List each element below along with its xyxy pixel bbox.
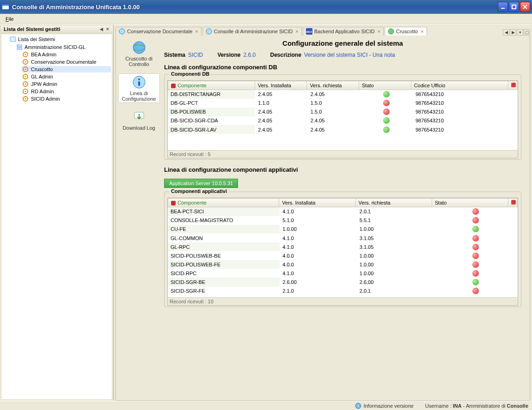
- download-icon: [132, 109, 147, 124]
- table-row[interactable]: DB-DISTRICTANAGR2.4.052.4.059876543210: [168, 90, 518, 99]
- svg-point-30: [138, 78, 140, 80]
- svg-text:i: i: [358, 404, 359, 408]
- col-componente[interactable]: Componente: [168, 81, 255, 90]
- table-row[interactable]: CU-FE1.0.001.0.00: [168, 225, 518, 234]
- tab[interactable]: Consolle di Amministrazione SICID×: [202, 27, 302, 36]
- system-info-line: SistemaSICID Versione2.6.0 DescrizioneVe…: [164, 52, 521, 58]
- svg-point-16: [25, 76, 26, 78]
- tab[interactable]: Conservazione Documentale×: [116, 27, 202, 36]
- table-row[interactable]: SICID-RPC4.1.01.0.00: [168, 269, 518, 277]
- tab-menu[interactable]: ▾: [517, 29, 523, 36]
- table-row[interactable]: GL-RPC4.1.03.1.05: [168, 242, 518, 251]
- tree-item[interactable]: GL Admin: [22, 73, 111, 80]
- svg-rect-7: [17, 45, 22, 47]
- tree-item[interactable]: Cruscotto: [22, 66, 111, 72]
- page-title: Configurazione generale del sistema: [164, 39, 521, 47]
- col-stato[interactable]: Stato: [432, 199, 508, 207]
- tree-item[interactable]: BEA Admin: [22, 51, 111, 58]
- gear-icon: [23, 59, 28, 65]
- db-table: Componente Vers. Installata Vers. richie…: [168, 81, 518, 90]
- tab-close-icon[interactable]: ×: [421, 29, 423, 34]
- close-button[interactable]: [520, 2, 530, 12]
- tree-group[interactable]: Amministrazione SICID-GL: [15, 43, 111, 51]
- col-flag[interactable]: [508, 199, 518, 207]
- col-vers-installata[interactable]: Vers. Installata: [279, 199, 355, 207]
- status-error-icon: [472, 217, 479, 223]
- col-componente[interactable]: Componente: [168, 199, 279, 207]
- tree-icon: [10, 36, 16, 42]
- col-vers-richiesta[interactable]: Vers. richiesta: [307, 81, 359, 90]
- tab[interactable]: Cruscotto×: [385, 27, 427, 36]
- tab[interactable]: BEABackend Applicativo SICID×: [303, 27, 384, 36]
- table-row[interactable]: DB-SICID-SGR-CDA2.4.052.4.059876543210: [168, 116, 518, 125]
- table-row[interactable]: GL-COMMON4.1.03.1.05: [168, 234, 518, 242]
- status-error-icon: [383, 100, 390, 106]
- col-vers-richiesta[interactable]: Vers. richiesta: [355, 199, 432, 207]
- tree-item[interactable]: SICID Admin: [22, 96, 111, 102]
- systems-tree[interactable]: Lista dei Sistemi Amministrazione SICID-…: [1, 34, 112, 400]
- status-ok-icon: [472, 279, 479, 285]
- app-icon: [2, 3, 9, 11]
- tool-column: Cruscotto di Controllo Linea di Configur…: [116, 36, 162, 400]
- tab-controls: ◀ ▶ ▾ ▢: [502, 29, 530, 36]
- app-table: Componente Vers. Installata Vers. richie…: [168, 198, 518, 207]
- col-stato[interactable]: Stato: [359, 81, 411, 90]
- main-content: Configurazione generale del sistema Sist…: [162, 36, 530, 400]
- col-vers-installata[interactable]: Vers. Installata: [255, 81, 307, 90]
- tab-close-icon[interactable]: ×: [295, 29, 298, 34]
- info-small-icon: i: [355, 403, 361, 409]
- globe-icon: [132, 40, 147, 55]
- tab-maximize[interactable]: ▢: [524, 29, 530, 36]
- minimize-button[interactable]: [498, 2, 508, 12]
- tree-item[interactable]: JPW Admin: [22, 81, 111, 87]
- group-app-legend: Componenti applicativi: [169, 188, 229, 194]
- version-info-link[interactable]: Informazione versione: [363, 403, 413, 409]
- svg-rect-8: [17, 48, 22, 49]
- tab-close-icon[interactable]: ×: [195, 29, 198, 34]
- status-ok-icon: [383, 91, 390, 97]
- status-ok-icon: [472, 226, 479, 232]
- tree-item[interactable]: RD Admin: [22, 88, 111, 95]
- table-row[interactable]: DB-GL-PCT1.1.01.5.09876543210: [168, 99, 518, 108]
- tool-linea[interactable]: Linea di Configurazione: [118, 73, 160, 103]
- status-error-icon: [472, 270, 479, 277]
- tree-root[interactable]: Lista dei Sistemi: [9, 36, 111, 43]
- collapse-close-icon[interactable]: ✕: [105, 27, 110, 31]
- svg-point-18: [25, 84, 26, 85]
- tab-scroll-left[interactable]: ◀: [503, 29, 509, 36]
- collapse-left-icon[interactable]: ◀: [99, 27, 104, 31]
- menubar: File: [0, 14, 532, 24]
- section-app-title: Linea di configurazione componenti appli…: [164, 166, 521, 173]
- col-flag[interactable]: [508, 81, 518, 90]
- group-app: Componenti applicativi Componente Vers. …: [164, 192, 521, 307]
- svg-point-12: [25, 61, 26, 63]
- table-row[interactable]: DB-SICID-SGR-LAV2.4.052.4.059876543210: [168, 125, 518, 134]
- table-row[interactable]: SICID-POLISWEB-BE4.0.01.0.00: [168, 251, 518, 260]
- svg-point-20: [25, 91, 26, 92]
- menu-file[interactable]: File: [3, 15, 17, 23]
- tab-close-icon[interactable]: ×: [378, 29, 380, 34]
- tool-cruscotto[interactable]: Cruscotto di Controllo: [118, 39, 160, 68]
- tree-item[interactable]: Conservazione Documentale: [22, 59, 111, 65]
- gear-icon: [23, 89, 28, 94]
- tab-icon: [119, 28, 125, 35]
- col-codice-ufficio[interactable]: Codice Ufficio: [411, 81, 508, 90]
- table-row[interactable]: SICID-SGR-BE2.6.002.6.00: [168, 277, 518, 286]
- svg-rect-1: [2, 5, 9, 6]
- table-row[interactable]: SICID-SGR-FE2.1.02.0.1: [168, 287, 518, 295]
- gear-icon: [23, 74, 28, 79]
- table-row[interactable]: BEA-PCT-SICI4.1.02.0.1: [168, 207, 518, 216]
- table-row[interactable]: SICID-POLISWEB-FE4.0.01.0.00: [168, 260, 518, 269]
- table-row[interactable]: DB-POLISWEB2.4.051.5.09876543210: [168, 108, 518, 116]
- maximize-button[interactable]: [509, 2, 519, 12]
- tab-icon: [388, 28, 394, 35]
- status-error-icon: [472, 235, 479, 241]
- appserver-button[interactable]: Application Server 10.0.5.31: [164, 179, 238, 188]
- table-row[interactable]: CONSOLLE-MAGISTRATO5.1.05.5.1: [168, 216, 518, 225]
- tool-download-log[interactable]: Download Log: [118, 109, 160, 132]
- tab-icon: BEA: [306, 28, 312, 35]
- statusbar: i Informazione versione Username : INA -…: [0, 401, 532, 410]
- gear-icon: [23, 66, 28, 72]
- tab-scroll-right[interactable]: ▶: [510, 29, 516, 36]
- status-error-icon: [383, 109, 390, 115]
